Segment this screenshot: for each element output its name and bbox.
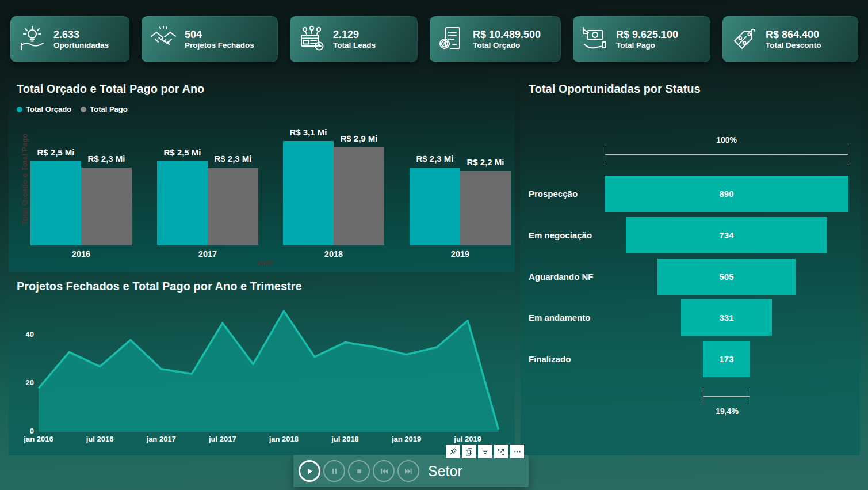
bar-chart-panel: Total Orçado e Total Pago por Ano Total … [9, 78, 515, 272]
copy-visual-button[interactable] [462, 445, 476, 458]
play-axis-bar: Setor [293, 455, 529, 487]
kpi-value: 2.633 [53, 29, 109, 41]
axis-tick-year: 2017 [157, 249, 258, 259]
kpi-label: Total Leads [333, 41, 376, 50]
funnel-category-label: Prospecção [529, 176, 578, 212]
play-icon [305, 467, 314, 476]
funnel-bottom-percent-label: 19,4% [691, 407, 763, 416]
skip-to-end-button[interactable] [397, 460, 419, 482]
bar-2016-total-pago[interactable] [81, 168, 132, 245]
area-chart-panel: Projetos Fechados e Total Pago por Ano e… [9, 275, 515, 455]
funnel-category-label: Aguardando NF [529, 259, 594, 295]
skip-to-start-button[interactable] [373, 460, 395, 482]
funnel-category-label: Em negociação [529, 217, 592, 253]
axis-tick-x: jul 2017 [192, 435, 253, 443]
funnel-value-label: 734 [719, 230, 733, 240]
kpi-value: R$ 864.400 [766, 29, 821, 41]
funnel-top-bracket-line [605, 154, 848, 155]
axis-tick-x: jan 2019 [376, 435, 437, 443]
kpi-value: 504 [185, 29, 254, 41]
kpi-value: R$ 10.489.500 [473, 29, 541, 41]
kpi-card-total-pago: R$ 9.625.100 Total Pago [573, 16, 710, 62]
kpi-card-text: 2.129 Total Leads [333, 29, 376, 50]
kpi-cards-row: 2.633 Oportunidadas 504 Projetos Fechado… [10, 16, 858, 62]
more-options-icon [513, 447, 522, 457]
focus-mode-button[interactable] [494, 445, 508, 458]
handshake-icon [150, 25, 177, 53]
funnel-bar-5[interactable]: 173 [703, 341, 750, 377]
stop-button[interactable] [348, 460, 370, 482]
area-chart-plot-area: 02040jan 2016jul 2016jan 2017jul 2017jan… [9, 275, 515, 455]
kpi-card-total-leads: 2.129 Total Leads [290, 16, 418, 62]
bar-value-label: R$ 2,2 Mi [443, 157, 528, 167]
bar-2017-total-pago[interactable] [208, 168, 258, 245]
bar-chart-plot-area: R$ 2,5 MiR$ 2,3 Mi2016R$ 2,5 MiR$ 2,3 Mi… [9, 78, 515, 272]
kpi-label: Total Desconto [766, 41, 821, 50]
kpi-card-total-desconto: R$ 864.400 Total Desconto [722, 16, 858, 62]
pin-visual-button[interactable] [446, 445, 460, 458]
bar-value-label: R$ 2,3 Mi [64, 154, 149, 164]
kpi-label: Projetos Fechados [185, 41, 254, 50]
leads-icon [298, 25, 326, 53]
bar-2018-total-pago[interactable] [334, 147, 384, 245]
bar-2019-total-pago[interactable] [460, 171, 511, 245]
axis-tick-x: jul 2018 [315, 435, 376, 443]
funnel-bar-2[interactable]: 734 [626, 217, 827, 253]
play-axis-field-label: Setor [428, 463, 462, 480]
kpi-card-text: 2.633 Oportunidadas [53, 29, 109, 50]
bar-2016-total-orcado[interactable] [30, 161, 81, 245]
funnel-top-percent-label: 100% [605, 135, 848, 145]
axis-tick-y: 20 [9, 378, 34, 387]
filters-button[interactable] [478, 445, 492, 458]
axis-tick-x: jan 2017 [131, 435, 192, 443]
funnel-bar-1[interactable]: 890 [605, 176, 848, 212]
visual-hover-toolbar [446, 445, 524, 458]
funnel-category-label: Finalizado [529, 341, 571, 377]
funnel-chart-panel: Total Oportunidadas por Status 100% 19,4… [521, 78, 860, 455]
bar-2018-total-orcado[interactable] [283, 141, 334, 245]
funnel-bottom-bracket-line [703, 396, 750, 397]
funnel-bar-4[interactable]: 331 [681, 299, 772, 336]
idea-hand-icon [18, 25, 46, 53]
funnel-value-label: 890 [719, 189, 733, 199]
funnel-plot-area: 100% 19,4% Prospecção890Em negociação734… [521, 78, 860, 455]
kpi-card-text: R$ 10.489.500 Total Orçado [473, 29, 541, 50]
discount-tag-icon [731, 25, 758, 53]
funnel-top-bracket-tick-left [605, 147, 605, 165]
kpi-card-text: R$ 9.625.100 Total Pago [616, 29, 678, 50]
play-button[interactable] [299, 460, 320, 482]
bar-2017-total-orcado[interactable] [157, 161, 208, 245]
axis-tick-x: jan 2016 [8, 435, 69, 443]
funnel-value-label: 505 [719, 272, 733, 282]
kpi-label: Total Pago [616, 41, 678, 50]
axis-tick-year: 2016 [30, 249, 132, 259]
axis-tick-x: jan 2018 [253, 435, 314, 443]
kpi-card-projetos-fechados: 504 Projetos Fechados [142, 16, 278, 62]
kpi-card-text: R$ 864.400 Total Desconto [766, 29, 821, 50]
kpi-card-total-orcado: $ R$ 10.489.500 Total Orçado [430, 16, 561, 62]
axis-tick-y: 40 [9, 330, 34, 339]
bar-value-label: R$ 2,3 Mi [190, 154, 276, 164]
pause-icon [330, 467, 339, 476]
axis-tick-year: 2018 [283, 249, 384, 259]
area-chart-series[interactable] [9, 275, 515, 448]
kpi-card-oportunidadas: 2.633 Oportunidadas [10, 16, 129, 62]
axis-tick-y: 0 [9, 427, 34, 435]
kpi-card-text: 504 Projetos Fechados [185, 29, 254, 50]
kpi-label: Total Orçado [473, 41, 541, 50]
skip-to-end-icon [404, 467, 413, 476]
pause-button[interactable] [323, 460, 345, 482]
more-options-button[interactable] [510, 445, 524, 458]
funnel-value-label: 331 [719, 313, 733, 322]
copy-icon [464, 447, 474, 457]
funnel-top-bracket-tick-right [848, 147, 848, 165]
kpi-value: R$ 9.625.100 [616, 29, 678, 41]
bar-value-label: R$ 2,9 Mi [316, 134, 402, 143]
svg-text:$: $ [443, 41, 446, 47]
funnel-bar-3[interactable]: 505 [657, 259, 796, 295]
pay-hand-icon [581, 25, 609, 53]
axis-tick-year: 2019 [410, 249, 511, 259]
kpi-value: 2.129 [333, 29, 376, 41]
bar-2019-total-orcado[interactable] [410, 168, 460, 245]
bar-chart-x-axis-title: Ano [9, 258, 521, 267]
